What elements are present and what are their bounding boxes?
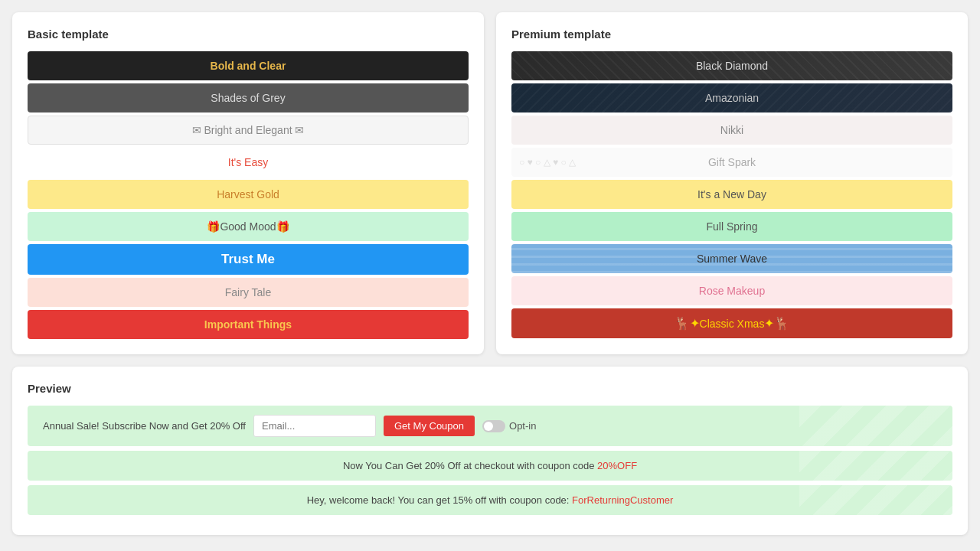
template-nikki[interactable]: Nikki [511, 116, 952, 145]
template-new-day[interactable]: It's a New Day [511, 180, 952, 209]
template-black-diamond[interactable]: Black Diamond [511, 51, 952, 80]
premium-template-card: Premium template Black Diamond Amazonian… [496, 12, 968, 354]
banner3-coupon-code: ForReturningCustomer [572, 494, 673, 506]
template-good-mood[interactable]: 🎁Good Mood🎁 [28, 212, 469, 241]
preview-banner-2: Now You Can Get 20% Off at checkout with… [28, 451, 952, 481]
template-trust-me[interactable]: Trust Me [28, 244, 469, 275]
template-harvest-gold[interactable]: Harvest Gold [28, 180, 469, 209]
banner1-text: Annual Sale! Subscribe Now and Get 20% O… [43, 420, 246, 432]
main-container: Basic template Bold and Clear Shades of … [12, 12, 968, 535]
template-important-things[interactable]: Important Things [28, 310, 469, 339]
template-its-easy[interactable]: It's Easy [28, 148, 469, 177]
basic-template-title: Basic template [28, 28, 469, 41]
deer-icon-right: ✦🦌 [764, 316, 789, 331]
top-row: Basic template Bold and Clear Shades of … [12, 12, 968, 354]
banner3-content: Hey, welcome back! You can get 15% off w… [43, 494, 937, 506]
preview-banner-1: Annual Sale! Subscribe Now and Get 20% O… [28, 406, 952, 446]
template-rose-makeup[interactable]: Rose Makeup [511, 276, 952, 305]
template-bold-clear[interactable]: Bold and Clear [28, 51, 469, 80]
banner2-coupon-code: 20%OFF [597, 460, 637, 471]
preview-card: Preview Annual Sale! Subscribe Now and G… [12, 367, 968, 535]
opt-in-label: Opt-in [509, 420, 536, 432]
basic-template-list: Bold and Clear Shades of Grey ✉ Bright a… [28, 51, 469, 339]
template-shades-grey[interactable]: Shades of Grey [28, 83, 469, 112]
banner2-content: Now You Can Get 20% Off at checkout with… [43, 460, 937, 471]
preview-title: Preview [28, 382, 952, 395]
premium-template-list: Black Diamond Amazonian Nikki Gift Spark… [511, 51, 952, 338]
opt-in-toggle[interactable] [482, 420, 505, 432]
banner2-text: Now You Can Get 20% Off at checkout with… [343, 460, 595, 471]
template-classic-xmas[interactable]: 🦌✦ Classic Xmas ✦🦌 [511, 308, 952, 338]
template-summer-wave[interactable]: Summer Wave [511, 244, 952, 273]
banner3-text: Hey, welcome back! You can get 15% off w… [307, 494, 570, 506]
basic-template-card: Basic template Bold and Clear Shades of … [12, 12, 484, 354]
template-fairy-tale[interactable]: Fairy Tale [28, 278, 469, 307]
opt-in-wrapper: Opt-in [482, 420, 536, 432]
premium-template-title: Premium template [511, 28, 952, 41]
template-amazonian[interactable]: Amazonian [511, 83, 952, 112]
preview-banner-3: Hey, welcome back! You can get 15% off w… [28, 485, 952, 515]
template-gift-spark[interactable]: Gift Spark [511, 148, 952, 177]
email-input[interactable] [253, 415, 376, 437]
get-coupon-button[interactable]: Get My Coupon [384, 416, 475, 436]
template-full-spring[interactable]: Full Spring [511, 212, 952, 241]
banner1-content: Annual Sale! Subscribe Now and Get 20% O… [43, 415, 937, 437]
deer-icon-left: 🦌✦ [675, 316, 700, 331]
template-bright-elegant[interactable]: ✉ Bright and Elegant ✉ [28, 116, 469, 145]
